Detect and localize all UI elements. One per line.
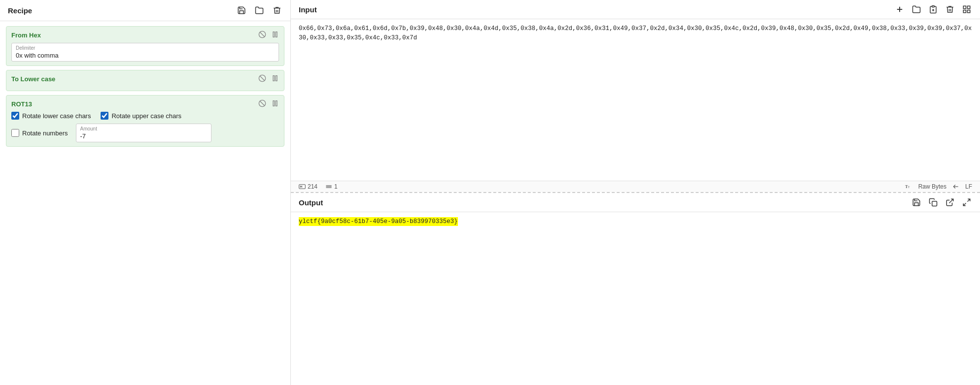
pause-icon <box>271 31 279 38</box>
output-copy-button[interactable] <box>928 197 939 208</box>
input-add-button[interactable] <box>894 4 905 15</box>
output-section: Output <box>291 193 980 385</box>
newline-label: LF <box>965 183 972 190</box>
input-section-header: Input <box>291 0 980 19</box>
input-footer-stats: 214 1 <box>299 183 338 190</box>
output-open-button[interactable] <box>945 197 955 208</box>
text-icon: T T <box>905 183 912 190</box>
arrow-left-icon <box>952 183 959 190</box>
recipe-delete-button[interactable] <box>272 5 282 16</box>
rot13-row2: Rotate numbers Amount <box>11 124 279 142</box>
to-lower-pause-button[interactable] <box>271 74 279 84</box>
svg-line-9 <box>260 101 264 105</box>
trash-icon-2 <box>945 5 954 14</box>
svg-rect-10 <box>273 101 275 106</box>
format-label: Raw Bytes <box>918 183 946 190</box>
external-icon <box>945 198 954 207</box>
folder-icon <box>255 6 264 15</box>
rotate-lower-checkbox[interactable]: Rotate lower case chars <box>11 112 91 120</box>
rot13-block: ROT13 <box>6 95 284 147</box>
svg-rect-6 <box>273 76 275 81</box>
from-hex-disable-button[interactable] <box>258 31 266 40</box>
pause-icon-2 <box>271 74 279 82</box>
rotate-numbers-label: Rotate numbers <box>22 129 68 137</box>
trash-icon <box>273 6 281 15</box>
svg-line-5 <box>260 76 264 80</box>
save-icon <box>237 6 246 15</box>
amount-input[interactable] <box>80 132 207 140</box>
left-panel: Recipe <box>0 0 291 385</box>
to-lower-disable-button[interactable] <box>258 74 266 84</box>
svg-rect-11 <box>276 101 277 106</box>
output-section-icons <box>911 197 972 208</box>
svg-line-30 <box>949 199 953 203</box>
input-footer: 214 1 T T Raw Bytes <box>291 181 980 192</box>
pause-icon-3 <box>271 99 279 107</box>
output-text-area[interactable]: ylctf{9a0cf58c-61b7-405e-9a05-b839970335… <box>291 212 980 385</box>
from-hex-header: From Hex <box>11 31 279 40</box>
rot13-pause-button[interactable] <box>271 99 279 109</box>
disable-icon-2 <box>258 74 266 82</box>
svg-rect-29 <box>932 201 937 206</box>
input-text-area[interactable]: 0x66,0x73,0x6a,0x61,0x6d,0x7b,0x39,0x48,… <box>291 19 980 181</box>
to-lower-case-controls <box>258 74 279 84</box>
rotate-upper-checkbox[interactable]: Rotate upper case chars <box>101 112 181 120</box>
rotate-numbers-input[interactable] <box>11 129 19 137</box>
svg-rect-18 <box>968 10 970 13</box>
from-hex-title: From Hex <box>11 32 41 39</box>
disable-icon <box>258 31 266 38</box>
delimiter-input[interactable] <box>16 52 275 59</box>
recipe-header-icons <box>236 5 282 16</box>
grid-icon <box>962 5 971 14</box>
svg-rect-2 <box>273 32 275 37</box>
rec-icon <box>299 184 306 189</box>
rec-value: 214 <box>308 183 317 190</box>
paste-icon <box>929 5 938 14</box>
rot13-controls <box>258 99 279 109</box>
input-title: Input <box>299 5 317 14</box>
input-open-button[interactable] <box>911 4 922 15</box>
amount-label: Amount <box>80 126 207 131</box>
svg-text:T: T <box>908 186 910 189</box>
recipe-folder-button[interactable] <box>254 5 265 16</box>
svg-rect-14 <box>932 6 935 7</box>
from-hex-pause-button[interactable] <box>271 31 279 40</box>
rotate-lower-label: Rotate lower case chars <box>22 112 91 120</box>
right-panel: Input <box>291 0 980 385</box>
output-section-header: Output <box>291 193 980 212</box>
plus-icon <box>895 5 904 14</box>
svg-line-32 <box>963 203 966 206</box>
input-text-content: 0x66,0x73,0x6a,0x61,0x6d,0x7b,0x39,0x48,… <box>299 24 972 43</box>
recipe-title: Recipe <box>8 6 32 15</box>
input-paste-button[interactable] <box>928 4 939 15</box>
rotate-numbers-checkbox[interactable]: Rotate numbers <box>11 129 68 137</box>
output-save-button[interactable] <box>911 197 922 208</box>
rot13-title: ROT13 <box>11 100 32 108</box>
svg-rect-3 <box>276 32 277 37</box>
from-hex-controls <box>258 31 279 40</box>
open-folder-icon <box>912 5 921 14</box>
from-hex-block: From Hex <box>6 26 284 66</box>
lines-value: 1 <box>334 183 338 190</box>
input-delete-button[interactable] <box>945 4 955 15</box>
rotate-upper-label: Rotate upper case chars <box>111 112 181 120</box>
svg-rect-15 <box>963 6 966 8</box>
amount-field: Amount <box>76 124 211 142</box>
disable-icon-3 <box>258 99 266 107</box>
svg-line-1 <box>260 32 264 36</box>
svg-rect-17 <box>963 10 966 13</box>
recipe-header: Recipe <box>0 0 290 21</box>
rot13-disable-button[interactable] <box>258 99 266 109</box>
output-title: Output <box>299 198 323 207</box>
output-expand-button[interactable] <box>961 197 972 208</box>
recipe-content: From Hex <box>0 21 290 385</box>
svg-rect-19 <box>299 185 306 189</box>
copy-icon <box>929 198 938 207</box>
input-grid-button[interactable] <box>961 4 972 15</box>
input-section-icons <box>894 4 972 15</box>
delimiter-label: Delimiter <box>16 45 275 51</box>
lines-icon <box>325 184 332 189</box>
recipe-save-button[interactable] <box>236 5 247 16</box>
rotate-lower-input[interactable] <box>11 112 19 120</box>
rotate-upper-input[interactable] <box>101 112 108 120</box>
